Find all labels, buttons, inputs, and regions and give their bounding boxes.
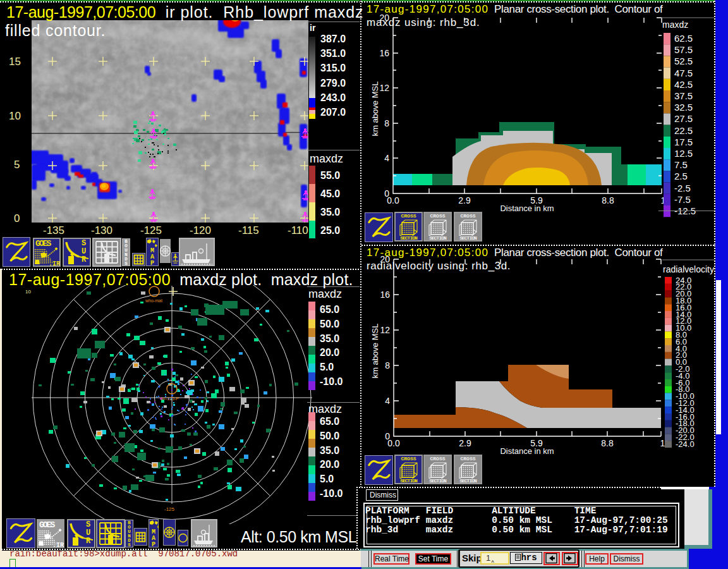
svg-text:km above MSL: km above MSL <box>370 324 380 379</box>
svg-text:0.0: 0.0 <box>387 438 400 448</box>
svg-text:62.5: 62.5 <box>674 33 693 44</box>
svg-text:.IR: .IR <box>52 542 64 548</box>
svg-text:who-mat: who-mat <box>145 298 162 303</box>
svg-text:-7.5: -7.5 <box>674 194 691 205</box>
svg-text:GOES: GOES <box>39 520 55 530</box>
svg-text:10: 10 <box>25 289 31 295</box>
svg-text:radialvelocity: radialvelocity <box>663 264 714 274</box>
svg-text:8: 8 <box>384 118 389 128</box>
svg-text:S: S <box>86 520 90 529</box>
svg-text:0.0: 0.0 <box>387 195 399 205</box>
svg-text:4: 4 <box>384 153 389 163</box>
svg-text:2.9: 2.9 <box>458 195 471 205</box>
svg-text:P: P <box>152 541 155 548</box>
svg-text:8.8: 8.8 <box>602 195 614 205</box>
svg-text:16: 16 <box>380 290 390 300</box>
svg-text:7.5: 7.5 <box>674 159 688 170</box>
svg-text:12: 12 <box>380 325 390 335</box>
svg-text:P: P <box>150 260 154 266</box>
svg-text:.IR: .IR <box>49 260 60 267</box>
svg-text:17.5: 17.5 <box>674 137 693 147</box>
svg-text:52.5: 52.5 <box>674 56 693 66</box>
svg-text:-2.5: -2.5 <box>674 183 691 193</box>
svg-text:2.5: 2.5 <box>674 171 688 181</box>
svg-text:-24.0: -24.0 <box>676 439 695 449</box>
svg-text:16: 16 <box>379 48 389 58</box>
svg-text:U: U <box>86 529 90 537</box>
svg-text:4: 4 <box>385 396 390 406</box>
svg-text:GOES: GOES <box>35 239 51 248</box>
svg-text:2.9: 2.9 <box>459 438 471 448</box>
svg-text:32.5: 32.5 <box>674 102 693 113</box>
svg-text:8: 8 <box>385 360 390 370</box>
svg-text:22.5: 22.5 <box>674 125 693 136</box>
svg-text:maxdz: maxdz <box>662 20 688 30</box>
svg-text:R: R <box>86 537 91 546</box>
svg-text:R: R <box>82 255 87 264</box>
svg-text:37.5: 37.5 <box>674 90 693 101</box>
svg-text:km above MSL: km above MSL <box>370 82 380 137</box>
svg-text:12: 12 <box>379 83 389 93</box>
svg-text:47.5: 47.5 <box>674 68 693 78</box>
svg-text:42.5: 42.5 <box>674 79 693 90</box>
svg-text:b<-125-P: b<-125-P <box>161 396 179 401</box>
svg-text:-125: -125 <box>164 506 175 512</box>
svg-text:12.5: 12.5 <box>674 148 693 159</box>
svg-text:8.8: 8.8 <box>601 438 614 448</box>
svg-text:57.5: 57.5 <box>674 44 693 55</box>
svg-text:27.5: 27.5 <box>674 113 693 124</box>
svg-text:U: U <box>82 247 86 256</box>
svg-text:S: S <box>82 239 86 248</box>
